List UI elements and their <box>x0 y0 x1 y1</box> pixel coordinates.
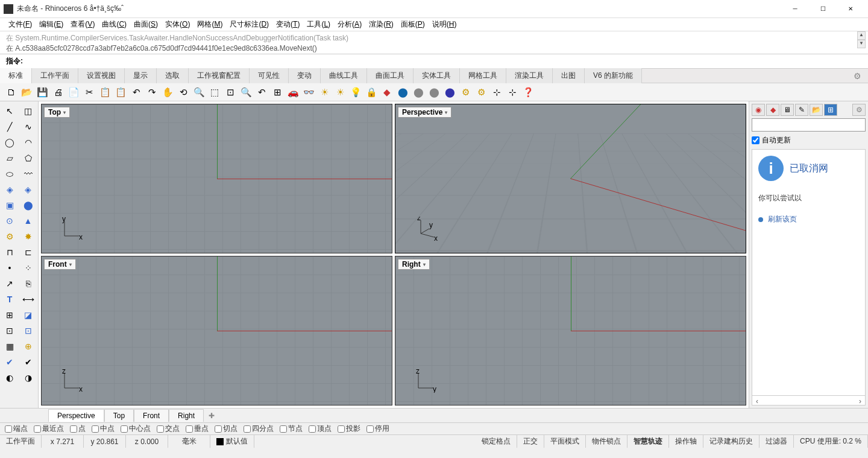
named-view-icon[interactable]: 👓 <box>301 85 316 100</box>
polygon-icon[interactable]: ⬠ <box>20 151 37 165</box>
history-scroll[interactable]: ▲▼ <box>857 31 866 48</box>
tab-curve-tools[interactable]: 曲线工具 <box>321 68 367 83</box>
rectangle-icon[interactable]: ▱ <box>1 151 18 165</box>
new-icon[interactable]: 🗋 <box>4 85 18 100</box>
menu-analyze[interactable]: 分析(A) <box>334 18 365 31</box>
chevron-down-icon[interactable]: ▾ <box>445 110 447 115</box>
copy-icon[interactable]: 📋 <box>98 85 112 100</box>
redo-icon[interactable]: ↷ <box>145 85 159 100</box>
cone-icon[interactable]: ▲ <box>20 214 37 228</box>
points-icon[interactable]: ⁘ <box>20 261 37 275</box>
point-icon[interactable]: • <box>1 261 18 275</box>
surface-pt-icon[interactable]: ◈ <box>1 182 18 197</box>
menu-file[interactable]: 文件(F) <box>5 18 36 31</box>
menu-solid[interactable]: 实体(O) <box>162 18 193 31</box>
zoom-extents-icon[interactable]: 🔍 <box>239 85 253 100</box>
layer-off-icon[interactable]: ◆ <box>380 85 394 100</box>
osnap-perp[interactable]: 垂点 <box>186 424 209 434</box>
viewport-label-perspective[interactable]: Perspective▾ <box>398 107 451 118</box>
text-icon[interactable]: T <box>1 292 18 307</box>
viewport-front[interactable]: Front▾ z x <box>41 256 392 406</box>
tab-v6-new[interactable]: V6 的新功能 <box>585 68 642 83</box>
menu-view[interactable]: 查看(V) <box>67 18 98 31</box>
move-icon[interactable]: ↗ <box>1 276 18 291</box>
vtab-top[interactable]: Top <box>104 409 134 422</box>
osnap-near[interactable]: 最近点 <box>34 424 64 434</box>
render-icon[interactable]: ⬤ <box>395 85 410 100</box>
open-icon[interactable]: 📂 <box>19 85 34 100</box>
undo-view-icon[interactable]: ↶ <box>254 85 269 100</box>
scroll-right-icon[interactable]: › <box>855 397 865 405</box>
group-icon[interactable]: ⊡ <box>1 323 18 338</box>
status-planar[interactable]: 平面模式 <box>544 435 586 448</box>
lasso-icon[interactable]: ◫ <box>20 104 37 118</box>
menu-render[interactable]: 渲染(R) <box>365 18 397 31</box>
zoom-window-icon[interactable]: ⬚ <box>207 85 222 100</box>
check-icon[interactable]: ✔ <box>1 355 18 369</box>
tab-surface-tools[interactable]: 曲面工具 <box>367 68 414 83</box>
set-cplane-icon[interactable]: 🚗 <box>286 85 300 100</box>
tab-setview[interactable]: 设置视图 <box>78 68 125 83</box>
curve-icon[interactable]: ∿ <box>20 119 37 134</box>
osnap-vertex[interactable]: 顶点 <box>309 424 332 434</box>
menu-transform[interactable]: 变动(T) <box>272 18 303 31</box>
last-tool-icon[interactable]: ◐ <box>1 371 18 385</box>
osnap-tool-icon[interactable]: ⊕ <box>20 339 37 354</box>
close-button[interactable]: ✕ <box>837 1 864 17</box>
undo-icon[interactable]: ↶ <box>129 85 143 100</box>
help-icon[interactable]: ❓ <box>521 85 535 100</box>
check2-icon[interactable]: ✔ <box>20 355 37 369</box>
preview-icon[interactable]: ⬤ <box>442 85 457 100</box>
options-icon[interactable]: ⚙ <box>458 85 473 100</box>
menu-curve[interactable]: 曲线(C) <box>98 18 130 31</box>
render-preview-icon[interactable]: ⬤ <box>427 85 441 100</box>
help-tab-icon[interactable]: ⊞ <box>824 104 837 116</box>
osnap-disable[interactable]: 停用 <box>366 424 389 434</box>
array-icon[interactable]: ⊞ <box>1 308 18 322</box>
last-tool2-icon[interactable]: ◑ <box>20 371 37 385</box>
box-icon[interactable]: ▣ <box>1 198 18 212</box>
ungroup-icon[interactable]: ⊡ <box>20 323 37 338</box>
zoom-dynamic-icon[interactable]: 🔍 <box>192 85 206 100</box>
layers-tab-icon[interactable]: ◆ <box>766 104 779 116</box>
maximize-button[interactable]: ☐ <box>809 1 837 17</box>
viewport-right[interactable]: Right▾ z y <box>395 256 746 406</box>
panel-h-scrollbar[interactable]: ‹ › <box>752 395 865 405</box>
status-smarttrack[interactable]: 智慧轨迹 <box>627 435 669 448</box>
save-icon[interactable]: 💾 <box>35 85 49 100</box>
menu-panels[interactable]: 面板(P) <box>397 18 429 31</box>
shade-icon[interactable]: ⬤ <box>411 85 426 100</box>
viewport-label-front[interactable]: Front▾ <box>44 259 76 270</box>
osnap-knot[interactable]: 节点 <box>280 424 303 434</box>
status-gridsnap[interactable]: 锁定格点 <box>476 435 517 448</box>
sphere-icon[interactable]: ⬤ <box>20 198 37 212</box>
rotate-view-icon[interactable]: ⟲ <box>176 85 190 100</box>
osnap-point[interactable]: 点 <box>70 424 86 434</box>
osnap-tan[interactable]: 切点 <box>215 424 237 434</box>
status-cplane[interactable]: 工作平面 <box>0 435 42 448</box>
vtab-right[interactable]: Right <box>169 409 204 422</box>
mirror-icon[interactable]: ◪ <box>20 308 37 322</box>
trim-icon[interactable]: ⊏ <box>20 245 37 259</box>
osnap-quad[interactable]: 四分点 <box>244 424 274 434</box>
command-input[interactable] <box>25 57 862 66</box>
tab-drafting[interactable]: 出图 <box>553 68 585 83</box>
scroll-left-icon[interactable]: ‹ <box>752 397 762 405</box>
polyline-icon[interactable]: ╱ <box>1 119 18 134</box>
viewport-label-right[interactable]: Right▾ <box>398 259 430 270</box>
light-icon[interactable]: 💡 <box>348 85 363 100</box>
join-icon[interactable]: ⊓ <box>1 245 18 259</box>
display-tab-icon[interactable]: 🖥 <box>781 104 794 116</box>
snap-icon[interactable]: ⊹ <box>489 85 504 100</box>
pan-icon[interactable]: ✋ <box>160 85 175 100</box>
gear-tool-icon[interactable]: ⚙ <box>1 229 18 244</box>
chevron-down-icon[interactable]: ▾ <box>423 262 426 267</box>
osnap-center[interactable]: 中心点 <box>121 424 151 434</box>
dim-icon[interactable]: ⟷ <box>20 292 37 307</box>
menu-surface[interactable]: 曲面(S) <box>130 18 162 31</box>
add-viewport-icon[interactable]: ✚ <box>204 410 219 422</box>
status-layer[interactable]: 默认值 <box>210 435 254 448</box>
surface-crv-icon[interactable]: ◈ <box>20 182 37 197</box>
menu-dimension[interactable]: 尺寸标注(D) <box>226 18 272 31</box>
auto-update-checkbox[interactable]: 自动更新 <box>752 134 866 147</box>
